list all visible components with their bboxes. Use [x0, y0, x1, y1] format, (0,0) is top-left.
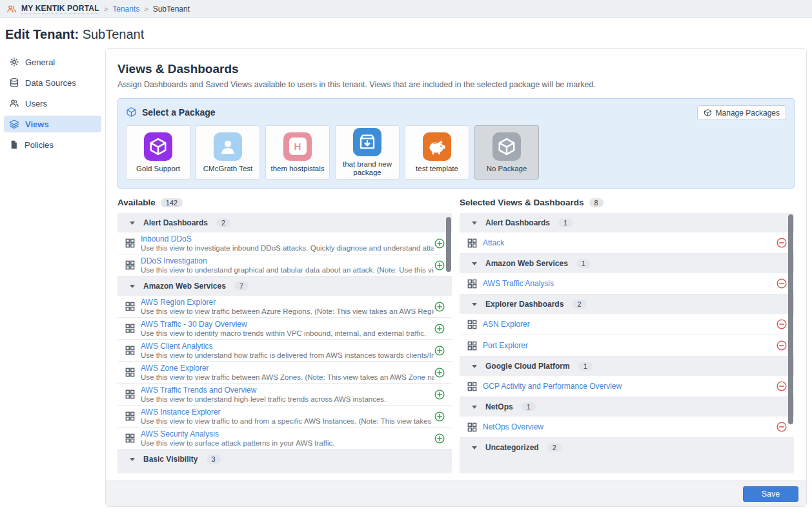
gear-icon: [9, 57, 19, 67]
package-card-label: test template: [416, 165, 458, 173]
available-column: Available 142 Alert Dashboards2Inbound D…: [117, 198, 452, 473]
group-header-basic-visibility[interactable]: Basic Visibility3: [117, 449, 452, 469]
group-header-amazon-web-services[interactable]: Amazon Web Services7: [117, 276, 452, 296]
breadcrumb-bar: MY KENTIK PORTAL > Tenants > SubTenant: [0, 0, 812, 18]
page-title: Edit Tenant: SubTenant: [0, 18, 812, 48]
remove-view-button[interactable]: [776, 380, 787, 392]
piggy-bank-icon: [423, 132, 451, 161]
archive-box-icon: [353, 128, 381, 156]
dashboard-grid-icon: [125, 367, 135, 377]
group-header-uncategorized[interactable]: Uncategorized2: [460, 438, 794, 457]
page-title-value: SubTenant: [83, 27, 145, 41]
sidebar-item-users[interactable]: Users: [4, 95, 101, 112]
view-link[interactable]: GCP Activity and Performance Overview: [483, 382, 776, 391]
remove-view-button[interactable]: [776, 278, 787, 289]
users-icon: [6, 4, 17, 14]
package-card-test-template[interactable]: test template: [405, 125, 469, 180]
chevron-down-icon: [472, 222, 477, 225]
group-header-explorer-dashboards[interactable]: Explorer Dashboards2: [460, 294, 794, 314]
scrollbar-track: [445, 213, 451, 473]
group-header-google-cloud-platform[interactable]: Google Cloud Platform1: [460, 356, 794, 376]
list-item: AWS Instance ExplorerUse this view to vi…: [117, 406, 452, 428]
plus-circle-icon: [434, 433, 445, 444]
view-description: Use this view to investigate inbound DDo…: [141, 243, 434, 253]
list-item: ASN Explorer: [460, 314, 794, 335]
group-header-amazon-web-services[interactable]: Amazon Web Services1: [460, 254, 794, 273]
package-card-label: CMcGrath Test: [203, 165, 252, 173]
sidebar-item-label: Views: [25, 119, 49, 129]
package-card-them-hostpistals[interactable]: Hthem hostpistals: [265, 125, 330, 180]
chevron-down-icon: [472, 262, 477, 265]
group-count-badge: 7: [234, 282, 249, 291]
available-title: Available: [117, 198, 156, 207]
sidebar-item-views[interactable]: Views: [4, 116, 101, 132]
view-link[interactable]: AWS Region Explorer: [141, 298, 434, 307]
minus-circle-icon: [776, 340, 787, 351]
view-link[interactable]: AWS Traffic - 30 Day Overview: [141, 320, 434, 329]
letter-icon: H: [283, 132, 312, 161]
view-description: Use this view to understand how traffic …: [141, 351, 434, 360]
remove-view-button[interactable]: [776, 237, 787, 249]
package-card-gold-support[interactable]: Gold Support: [126, 125, 190, 180]
users-icon: [9, 98, 19, 108]
package-card-no-package[interactable]: No Package: [474, 125, 539, 180]
package-card-that-brand-new-package[interactable]: that brand new package: [335, 125, 400, 180]
sidebar-item-policies[interactable]: Policies: [4, 136, 101, 153]
view-link[interactable]: ASN Explorer: [483, 320, 776, 329]
package-card-cmcgrath-test[interactable]: CMcGrath Test: [196, 125, 260, 180]
group-count-badge: 1: [578, 362, 593, 371]
list-item: AWS Client AnalyticsUse this view to und…: [117, 340, 452, 362]
view-description: Use this view to understand high-level t…: [141, 395, 434, 404]
view-description: Use this view to view traffic to and fro…: [141, 417, 434, 426]
view-link[interactable]: Inbound DDoS: [141, 234, 434, 243]
add-view-button[interactable]: [434, 345, 445, 356]
manage-packages-button[interactable]: Manage Packages: [697, 105, 786, 120]
scrollbar-thumb[interactable]: [446, 217, 451, 272]
scrollbar-thumb[interactable]: [788, 214, 793, 424]
sidebar-item-general[interactable]: General: [4, 54, 101, 70]
group-name: Amazon Web Services: [485, 259, 568, 268]
remove-view-button[interactable]: [776, 421, 787, 433]
add-view-button[interactable]: [434, 367, 445, 378]
dashboard-grid-icon: [125, 411, 135, 421]
add-view-button[interactable]: [434, 323, 445, 335]
plus-circle-icon: [434, 345, 445, 356]
view-link[interactable]: NetOps Overview: [483, 422, 776, 431]
package-card-label: Gold Support: [136, 165, 180, 173]
list-item: Attack: [460, 232, 794, 254]
list-item: AWS Traffic Analysis: [460, 273, 794, 294]
add-view-button[interactable]: [434, 301, 445, 313]
select-package-title: Select a Package: [142, 107, 216, 118]
plus-circle-icon: [434, 389, 445, 400]
view-link[interactable]: AWS Instance Explorer: [141, 408, 434, 417]
add-view-button[interactable]: [434, 260, 445, 271]
add-view-button[interactable]: [434, 433, 445, 444]
group-count-badge: 1: [576, 259, 591, 268]
view-link[interactable]: AWS Traffic Trends and Overview: [141, 386, 434, 395]
view-link[interactable]: DDoS Investigation: [141, 256, 434, 265]
add-view-button[interactable]: [434, 389, 445, 400]
view-link[interactable]: AWS Security Analysis: [141, 429, 434, 439]
remove-view-button[interactable]: [776, 318, 787, 330]
breadcrumb-tenants-link[interactable]: Tenants: [112, 5, 139, 14]
group-name: Alert Dashboards: [143, 218, 208, 227]
sidebar-item-data-sources[interactable]: Data Sources: [4, 74, 101, 91]
minus-circle-icon: [776, 421, 787, 433]
group-header-alert-dashboards[interactable]: Alert Dashboards2: [117, 213, 452, 232]
breadcrumb-brand[interactable]: MY KENTIK PORTAL: [21, 4, 99, 14]
save-button[interactable]: Save: [743, 486, 798, 502]
cube-icon: [492, 132, 521, 161]
view-link[interactable]: Port Explorer: [483, 341, 776, 350]
view-link[interactable]: AWS Client Analytics: [141, 342, 434, 351]
plus-circle-icon: [434, 238, 445, 249]
add-view-button[interactable]: [434, 238, 445, 249]
view-link[interactable]: Attack: [483, 238, 776, 247]
group-header-alert-dashboards[interactable]: Alert Dashboards1: [460, 213, 794, 232]
remove-view-button[interactable]: [776, 340, 787, 351]
chevron-down-icon: [130, 285, 135, 288]
group-header-netops[interactable]: NetOps1: [460, 397, 794, 417]
add-view-button[interactable]: [434, 411, 445, 422]
dashboard-grid-icon: [125, 324, 135, 333]
view-link[interactable]: AWS Traffic Analysis: [483, 279, 776, 288]
view-link[interactable]: AWS Zone Explorer: [141, 364, 434, 373]
